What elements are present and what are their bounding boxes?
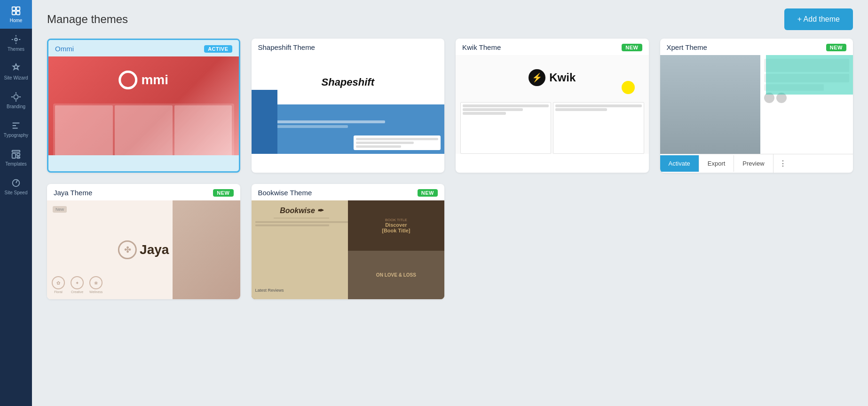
sidebar-item-themes[interactable]: Themes bbox=[0, 29, 32, 57]
theme-xpert-header: Xpert Theme NEW bbox=[660, 39, 853, 55]
theme-kwik-preview: ⚡ Kwik bbox=[456, 55, 649, 154]
theme-card-ommi[interactable]: Ommi ACTIVE mmi bbox=[47, 39, 240, 173]
sidebar-item-templates-label: Templates bbox=[5, 161, 27, 167]
sidebar-item-typography-label: Typography bbox=[4, 133, 28, 138]
theme-xpert-name: Xpert Theme bbox=[667, 43, 707, 51]
svg-rect-7 bbox=[12, 153, 16, 158]
bookwise-latest-label: Latest Reviews bbox=[255, 288, 284, 293]
bookwise-left-panel: Bookwise ✒ Latest Reviews bbox=[252, 200, 352, 299]
sidebar-item-home-label: Home bbox=[10, 18, 23, 23]
theme-ommi-preview: mmi bbox=[48, 56, 239, 155]
theme-bookwise-badge: NEW bbox=[418, 189, 438, 197]
main-content: Manage themes + Add theme Ommi ACTIVE mm… bbox=[32, 0, 868, 406]
sidebar-item-speed-label: Site Speed bbox=[5, 190, 28, 195]
kwik-logo-text: Kwik bbox=[549, 71, 576, 84]
ommi-mockups bbox=[53, 103, 234, 155]
theme-xpert-badge: NEW bbox=[826, 44, 846, 51]
templates-icon bbox=[11, 149, 21, 159]
theme-card-shapeshift[interactable]: Shapeshift Theme Shapeshift bbox=[252, 39, 445, 173]
theme-bookwise-name: Bookwise Theme bbox=[258, 189, 312, 197]
bookwise-logo: Bookwise ✒ bbox=[280, 206, 323, 215]
svg-rect-2 bbox=[12, 11, 16, 15]
sidebar-item-typography[interactable]: Typography bbox=[0, 115, 32, 143]
ommi-logo-text: mmi bbox=[141, 72, 168, 88]
sidebar-item-themes-label: Themes bbox=[8, 47, 24, 52]
bookwise-right-panel: BOOK TITLE Discover[Book Title] ON LOVE … bbox=[348, 200, 444, 299]
sidebar-item-branding[interactable]: Branding bbox=[0, 86, 32, 115]
branding-icon bbox=[11, 92, 21, 102]
svg-point-4 bbox=[15, 38, 17, 41]
theme-card-jaya[interactable]: Jaya Theme NEW New ✤ Jaya ✿ Floral ✦ bbox=[47, 184, 240, 299]
theme-ommi-name: Ommi bbox=[55, 45, 74, 53]
shapeshift-logo-text: Shapeshift bbox=[322, 76, 374, 88]
jaya-logo-text: Jaya bbox=[140, 242, 169, 257]
theme-ommi-badge: ACTIVE bbox=[204, 45, 232, 53]
theme-jaya-badge: NEW bbox=[213, 189, 233, 197]
kwik-yellow-circle bbox=[622, 81, 635, 94]
xpert-activate-button[interactable]: Activate bbox=[660, 155, 699, 172]
theme-kwik-name: Kwik Theme bbox=[462, 43, 501, 51]
theme-card-kwik[interactable]: Kwik Theme NEW ⚡ Kwik bbox=[456, 39, 649, 173]
typography-icon bbox=[11, 120, 21, 131]
page-title: Manage themes bbox=[47, 13, 128, 26]
sidebar-item-wizard-label: Site Wizard bbox=[4, 75, 28, 80]
jaya-photo-right bbox=[173, 200, 240, 299]
theme-jaya-preview: New ✤ Jaya ✿ Floral ✦ Creative bbox=[47, 200, 240, 299]
speed-icon bbox=[11, 178, 21, 188]
theme-bookwise-header: Bookwise Theme NEW bbox=[252, 184, 445, 200]
theme-jaya-name: Jaya Theme bbox=[54, 189, 92, 197]
xpert-actions: Activate Export Preview ⋮ bbox=[660, 154, 853, 173]
xpert-export-button[interactable]: Export bbox=[699, 155, 734, 172]
sidebar-item-site-speed[interactable]: Site Speed bbox=[0, 172, 32, 201]
xpert-preview-button[interactable]: Preview bbox=[734, 155, 773, 172]
svg-rect-0 bbox=[12, 7, 16, 10]
jaya-logo: ✤ Jaya bbox=[118, 240, 169, 259]
theme-bookwise-preview: Bookwise ✒ Latest Reviews BOOK TITLE bbox=[252, 200, 445, 299]
jaya-emblem-icon: ✤ bbox=[118, 240, 137, 259]
svg-point-5 bbox=[14, 95, 18, 99]
ommi-circle-logo bbox=[118, 71, 137, 89]
theme-kwik-header: Kwik Theme NEW bbox=[456, 39, 649, 55]
sidebar: Home Themes Site Wizard Branding Typogra… bbox=[0, 0, 32, 406]
jaya-icons-row: ✿ Floral ✦ Creative ❀ Wellness bbox=[52, 276, 163, 294]
svg-rect-9 bbox=[17, 157, 20, 159]
jaya-new-overlay: New bbox=[53, 206, 67, 213]
svg-rect-3 bbox=[16, 11, 20, 15]
page-header: Manage themes + Add theme bbox=[32, 0, 868, 39]
theme-shapeshift-header: Shapeshift Theme bbox=[252, 39, 445, 55]
theme-ommi-header: Ommi ACTIVE bbox=[48, 40, 239, 56]
sidebar-item-branding-label: Branding bbox=[7, 104, 25, 109]
sidebar-item-site-wizard[interactable]: Site Wizard bbox=[0, 57, 32, 86]
theme-xpert-preview bbox=[660, 55, 853, 154]
theme-jaya-header: Jaya Theme NEW bbox=[47, 184, 240, 200]
themes-grid: Ommi ACTIVE mmi Shapeshift Theme bbox=[32, 39, 868, 314]
home-icon bbox=[11, 6, 21, 16]
sidebar-item-home[interactable]: Home bbox=[0, 0, 32, 29]
svg-rect-8 bbox=[17, 153, 20, 156]
kwik-bolt-icon: ⚡ bbox=[529, 69, 545, 86]
svg-rect-6 bbox=[12, 151, 20, 152]
themes-icon bbox=[11, 34, 21, 45]
theme-card-xpert[interactable]: Xpert Theme NEW bbox=[660, 39, 853, 173]
xpert-photo-left bbox=[660, 55, 766, 154]
theme-kwik-badge: NEW bbox=[622, 44, 642, 51]
wizard-icon bbox=[11, 63, 21, 73]
theme-card-bookwise[interactable]: Bookwise Theme NEW Bookwise ✒ Latest Rev… bbox=[252, 184, 445, 299]
theme-shapeshift-preview: Shapeshift bbox=[252, 55, 445, 154]
sidebar-item-templates[interactable]: Templates bbox=[0, 143, 32, 172]
svg-rect-1 bbox=[16, 7, 20, 10]
add-theme-button[interactable]: + Add theme bbox=[784, 8, 853, 30]
xpert-more-button[interactable]: ⋮ bbox=[773, 154, 792, 173]
theme-shapeshift-name: Shapeshift Theme bbox=[258, 43, 315, 51]
